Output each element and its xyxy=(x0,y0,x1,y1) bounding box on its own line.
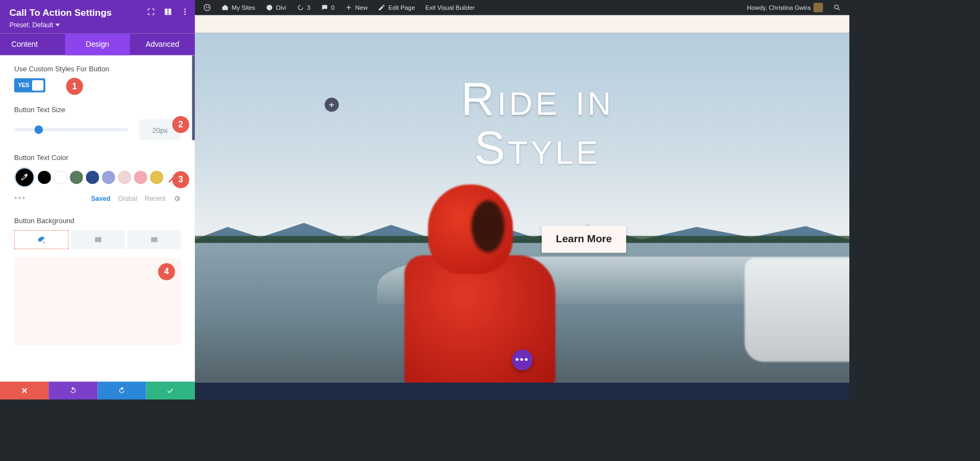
eyedropper-icon xyxy=(20,173,29,182)
image-icon xyxy=(150,235,158,244)
footer-actions xyxy=(0,382,195,399)
howdy-user[interactable]: Howdy, Christina Gwira xyxy=(743,3,826,12)
close-icon xyxy=(20,386,29,395)
pencil-icon xyxy=(378,4,385,11)
svg-point-0 xyxy=(184,9,186,10)
svg-point-4 xyxy=(267,5,272,10)
bg-tab-gradient[interactable] xyxy=(71,230,125,249)
annotation-4: 4 xyxy=(158,263,175,280)
text-size-slider[interactable] xyxy=(14,128,128,131)
comment-icon xyxy=(321,4,328,11)
field-custom-styles: Use Custom Styles For Button YES 1 xyxy=(14,65,181,93)
new[interactable]: New xyxy=(341,4,371,11)
wp-logo[interactable] xyxy=(200,4,215,11)
gradient-icon xyxy=(94,235,102,244)
undo-icon xyxy=(69,386,77,395)
hero-title: Ride in Style xyxy=(461,75,614,172)
svg-point-3 xyxy=(204,4,211,11)
tab-design[interactable]: Design xyxy=(65,34,130,56)
more-swatches[interactable]: ••• xyxy=(14,193,26,203)
plus-icon xyxy=(345,4,353,11)
preset-selector[interactable]: Preset: Default xyxy=(9,21,185,29)
palette-tab-global[interactable]: Global xyxy=(118,195,137,202)
field-text-size: Button Text Size 2 xyxy=(14,106,181,140)
wordpress-icon xyxy=(204,4,211,11)
cancel-button[interactable] xyxy=(0,382,48,399)
svg-point-5 xyxy=(835,5,838,9)
settings-sidebar: Call To Action Settings Preset: Default … xyxy=(0,0,195,399)
swatch-blush[interactable] xyxy=(118,171,131,184)
my-sites[interactable]: My Sites xyxy=(218,4,259,11)
bg-tab-image[interactable] xyxy=(127,230,181,249)
wp-adminbar: My Sites Divi 3 0 New Edit Page Exit Vis… xyxy=(195,0,849,15)
bg-tab-color[interactable] xyxy=(14,230,69,249)
annotation-3: 3 xyxy=(172,171,189,188)
more-vertical-icon[interactable] xyxy=(181,8,189,16)
svg-point-1 xyxy=(184,11,186,13)
builder-bottom-bar xyxy=(195,383,849,399)
toggle-custom-styles[interactable]: YES xyxy=(14,78,45,93)
undo-button[interactable] xyxy=(48,382,97,399)
updates[interactable]: 3 xyxy=(293,4,314,11)
field-button-background: Button Background 4 xyxy=(14,217,181,345)
palette-tab-saved[interactable]: Saved xyxy=(91,195,111,202)
tab-content[interactable]: Content xyxy=(0,34,65,56)
search-icon xyxy=(834,4,841,11)
chevron-down-icon xyxy=(55,23,60,26)
sites-icon xyxy=(221,4,229,11)
redo-icon xyxy=(118,386,126,395)
cta-button[interactable]: Learn More xyxy=(542,225,626,253)
builder-fab[interactable]: ••• xyxy=(512,349,532,370)
site-name[interactable]: Divi xyxy=(262,4,290,11)
swatch-gold[interactable] xyxy=(150,171,163,184)
bg-preview[interactable]: 4 xyxy=(14,257,181,345)
save-button[interactable] xyxy=(146,382,194,399)
refresh-icon xyxy=(297,4,304,11)
swatch-green[interactable] xyxy=(70,171,83,184)
search-button[interactable] xyxy=(830,4,845,11)
hero-section: + Ride in Style Learn More ••• xyxy=(195,33,849,383)
page-background xyxy=(195,15,849,33)
avatar xyxy=(813,3,823,12)
add-section-button[interactable]: + xyxy=(324,97,339,112)
main-preview: My Sites Divi 3 0 New Edit Page Exit Vis… xyxy=(195,0,849,399)
swatch-blue[interactable] xyxy=(86,171,99,184)
redo-button[interactable] xyxy=(97,382,146,399)
dashboard-icon xyxy=(266,4,273,11)
eyedropper-button[interactable] xyxy=(14,167,35,188)
panel-body: Use Custom Styles For Button YES 1 Butto… xyxy=(0,55,195,382)
annotation-2: 2 xyxy=(172,116,189,133)
tab-advanced[interactable]: Advanced xyxy=(130,34,195,56)
paint-bucket-icon xyxy=(37,235,46,244)
gear-icon[interactable] xyxy=(173,195,181,202)
sidebar-header: Call To Action Settings Preset: Default xyxy=(0,0,195,34)
swatch-periwinkle[interactable] xyxy=(102,171,115,184)
settings-tabs: Content Design Advanced xyxy=(0,34,195,56)
comments[interactable]: 0 xyxy=(317,4,338,11)
swatch-black[interactable] xyxy=(38,171,51,184)
palette-tab-recent[interactable]: Recent xyxy=(145,195,166,202)
swatch-white[interactable] xyxy=(54,171,67,184)
field-text-color: Button Text Color ••• Saved Global Re xyxy=(14,153,181,204)
columns-icon[interactable] xyxy=(164,8,173,16)
check-icon xyxy=(166,386,175,395)
edit-page[interactable]: Edit Page xyxy=(374,4,419,11)
exit-visual-builder[interactable]: Exit Visual Builder xyxy=(421,4,478,11)
focus-icon[interactable] xyxy=(147,8,156,16)
swatch-pink[interactable] xyxy=(134,171,147,184)
svg-point-2 xyxy=(184,14,186,15)
annotation-1: 1 xyxy=(66,78,83,95)
